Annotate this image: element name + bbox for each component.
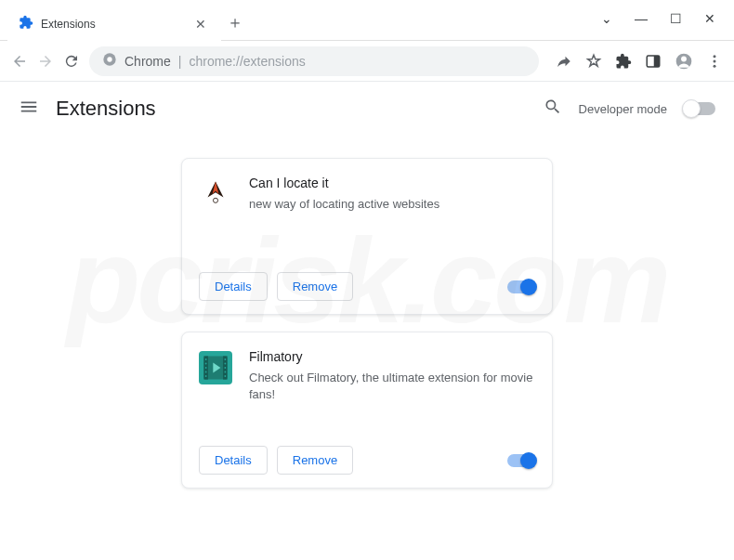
svg-point-1 (107, 57, 111, 61)
remove-button[interactable]: Remove (277, 446, 353, 475)
extension-enable-toggle[interactable] (507, 280, 535, 293)
caret-down-icon[interactable]: ⌄ (601, 11, 612, 26)
browser-toolbar: Chrome | chrome://extensions (0, 41, 734, 82)
extension-description: new way of locating active websites (249, 196, 535, 213)
chrome-logo-icon (102, 52, 117, 70)
reload-button[interactable] (63, 53, 80, 70)
svg-point-19 (224, 363, 226, 365)
svg-point-13 (205, 358, 207, 360)
svg-point-17 (205, 375, 207, 377)
svg-point-18 (224, 358, 226, 360)
svg-point-16 (205, 371, 207, 373)
tab-close-button[interactable]: ✕ (191, 15, 210, 33)
extension-icon (199, 351, 232, 384)
developer-mode-toggle[interactable] (684, 102, 715, 115)
svg-point-15 (205, 367, 207, 369)
window-controls: ⌄ — ☐ ✕ (601, 0, 734, 26)
close-window-button[interactable]: ✕ (704, 11, 715, 26)
star-icon[interactable] (585, 53, 602, 70)
remove-button[interactable]: Remove (277, 272, 353, 301)
extensions-list: Can I locate it new way of locating acti… (0, 132, 734, 488)
svg-point-14 (205, 363, 207, 365)
developer-mode-label: Developer mode (579, 102, 667, 116)
header-actions: Developer mode (544, 98, 715, 120)
svg-point-20 (224, 367, 226, 369)
menu-icon[interactable] (706, 53, 723, 70)
hamburger-menu-button[interactable] (19, 97, 39, 121)
omnibox-divider: | (178, 54, 182, 69)
svg-point-8 (714, 64, 716, 67)
back-button[interactable] (11, 53, 28, 70)
maximize-button[interactable]: ☐ (670, 11, 682, 26)
puzzle-icon (19, 15, 33, 33)
profile-icon[interactable] (675, 52, 693, 71)
address-bar[interactable]: Chrome | chrome://extensions (89, 46, 539, 76)
svg-point-22 (224, 375, 226, 377)
svg-rect-3 (654, 56, 660, 67)
extension-description: Check out Filmatory, the ultimate extens… (249, 370, 535, 403)
svg-point-9 (213, 198, 217, 202)
svg-point-21 (224, 371, 226, 373)
extension-icon (199, 177, 232, 211)
extension-name: Can I locate it (249, 176, 535, 190)
svg-point-6 (714, 55, 716, 58)
details-button[interactable]: Details (199, 272, 268, 301)
svg-point-7 (714, 59, 716, 62)
share-icon[interactable] (556, 53, 572, 70)
extension-enable-toggle[interactable] (507, 454, 535, 467)
window-titlebar: Extensions ✕ ＋ ⌄ — ☐ ✕ (0, 0, 734, 41)
browser-tab[interactable]: Extensions ✕ (7, 6, 221, 43)
toolbar-actions (548, 52, 723, 71)
minimize-button[interactable]: — (635, 11, 648, 26)
sidepanel-icon[interactable] (645, 53, 662, 70)
tab-title: Extensions (41, 18, 96, 31)
details-button[interactable]: Details (199, 446, 268, 475)
new-tab-button[interactable]: ＋ (221, 0, 253, 33)
omnibox-url: chrome://extensions (189, 54, 305, 69)
page-header: Extensions Developer mode (0, 82, 734, 132)
search-icon[interactable] (544, 98, 562, 120)
page-title: Extensions (56, 97, 156, 121)
forward-button[interactable] (37, 53, 54, 70)
extension-card: Can I locate it new way of locating acti… (181, 158, 553, 315)
extensions-puzzle-icon[interactable] (615, 53, 632, 70)
omnibox-scheme: Chrome (125, 54, 171, 69)
extension-name: Filmatory (249, 349, 535, 364)
extension-card: Filmatory Check out Filmatory, the ultim… (181, 332, 553, 488)
svg-point-5 (681, 56, 687, 61)
